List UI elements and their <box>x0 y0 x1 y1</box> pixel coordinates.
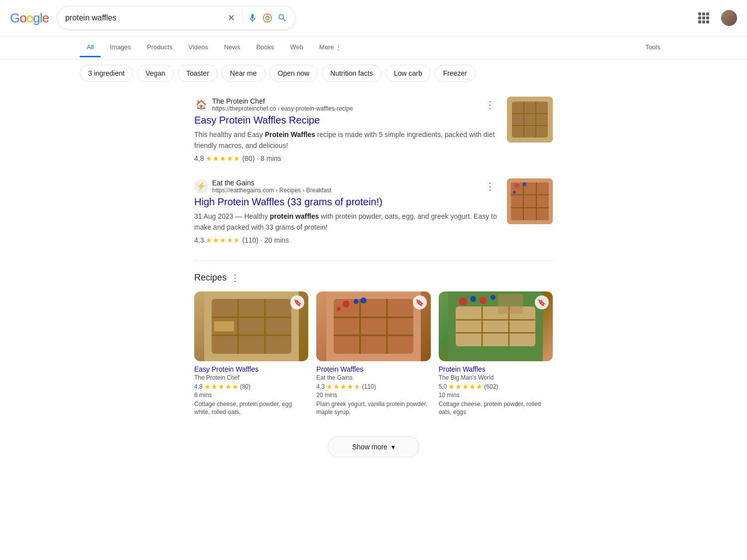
tab-books[interactable]: Books <box>249 38 281 57</box>
recipe-rating-count-2: (110) <box>362 383 376 390</box>
show-more-button[interactable]: Show more ▾ <box>328 436 419 457</box>
avatar-image <box>721 10 737 26</box>
result-menu-1[interactable]: ⋮ <box>483 97 497 113</box>
header: Google ✕ <box>0 0 747 36</box>
search-icon <box>277 13 287 23</box>
recipe-card-2[interactable]: 🔖 Protein Waffles Eat the Gains 4,3 ★ ★ … <box>316 291 430 417</box>
lens-search-button[interactable] <box>262 13 272 23</box>
chip-near-me[interactable]: Near me <box>222 65 265 82</box>
svg-point-31 <box>337 307 341 311</box>
recipe-source-1: The Protein Chef <box>194 374 308 381</box>
more-label: More <box>319 43 334 51</box>
main-content: 🏠 The Protein Chef https://theproteinche… <box>184 87 563 483</box>
recipe-time-3: 10 mins <box>439 392 553 399</box>
chip-3ingredient[interactable]: 3 ingredient <box>80 65 133 82</box>
tab-more[interactable]: More ⋮ <box>312 38 349 57</box>
search-submit-button[interactable] <box>277 13 287 23</box>
header-right <box>694 8 737 27</box>
recipe-ingredients-3: Cottage cheese, protein powder, rolled o… <box>439 400 553 417</box>
tab-products[interactable]: Products <box>140 38 179 57</box>
result-menu-2[interactable]: ⋮ <box>483 178 497 194</box>
recipes-title: Recipes <box>194 273 227 283</box>
tab-tools[interactable]: Tools <box>638 38 667 57</box>
recipe-rating-count-3: (602) <box>484 383 498 390</box>
svg-rect-34 <box>456 306 535 346</box>
source-url-1: https://theproteinchef.co › easy-protein… <box>212 105 479 112</box>
recipe-time-2: 20 mins <box>316 392 430 399</box>
search-input[interactable] <box>65 13 221 22</box>
google-logo[interactable]: Google <box>10 10 49 26</box>
search-result-1: 🏠 The Protein Chef https://theproteinche… <box>184 97 563 162</box>
bookmark-button-2[interactable]: 🔖 <box>413 295 427 309</box>
tab-videos[interactable]: Videos <box>181 38 215 57</box>
filter-chips: 3 ingredient Vegan Toaster Near me Open … <box>0 60 747 87</box>
apps-button[interactable] <box>694 8 713 27</box>
result-desc-1: This healthy and Easy Protein Waffles re… <box>194 129 497 151</box>
svg-point-40 <box>470 296 476 302</box>
tab-news[interactable]: News <box>217 38 248 57</box>
svg-rect-43 <box>498 294 523 314</box>
rating-count-1: (80) <box>242 154 254 162</box>
more-chevron-icon: ⋮ <box>335 43 342 51</box>
chip-freezer[interactable]: Freezer <box>435 65 476 82</box>
clear-search-button[interactable]: ✕ <box>226 10 237 25</box>
result-desc-2: 31 Aug 2023 — Healthy protein waffles wi… <box>194 211 497 233</box>
svg-point-41 <box>480 297 487 304</box>
recipes-menu-button[interactable]: ⋮ <box>231 273 240 283</box>
recipe-card-image-2: 🔖 <box>316 291 430 361</box>
result-title-2[interactable]: High Protein Waffles (33 grams of protei… <box>194 196 497 208</box>
svg-point-30 <box>354 299 359 304</box>
svg-point-42 <box>491 295 496 300</box>
svg-point-29 <box>343 300 350 307</box>
chip-vegan[interactable]: Vegan <box>137 65 174 82</box>
recipe-rating-3: 5,0 ★ ★ ★ ★ ★ (602) <box>439 383 553 391</box>
tab-web[interactable]: Web <box>283 38 311 57</box>
time-1: 8 mins <box>260 154 281 162</box>
recipes-header: Recipes ⋮ <box>194 273 553 283</box>
svg-point-14 <box>522 182 526 186</box>
source-name-2: Eat the Gains <box>212 179 479 187</box>
tab-images[interactable]: Images <box>103 38 138 57</box>
chip-toaster[interactable]: Toaster <box>178 65 218 82</box>
recipe-name-2[interactable]: Protein Waffles <box>316 365 430 373</box>
bookmark-button-3[interactable]: 🔖 <box>535 295 549 309</box>
stars-1: ★ ★ ★ ★ ★ <box>206 154 240 162</box>
show-more-container: Show more ▾ <box>184 428 563 473</box>
mic-icon <box>248 13 257 23</box>
result-source-1: 🏠 The Protein Chef https://theproteinche… <box>194 97 497 113</box>
rating-value-2: 4,3 <box>194 236 204 244</box>
recipe-source-3: The Big Man's World <box>439 374 553 381</box>
svg-point-0 <box>266 16 269 20</box>
recipe-card-3[interactable]: 🔖 Protein Waffles The Big Man's World 5,… <box>439 291 553 417</box>
result-image-1 <box>507 97 553 142</box>
recipe-name-1[interactable]: Easy Protein Waffles <box>194 365 308 373</box>
show-more-label: Show more <box>352 443 387 451</box>
result-title-1[interactable]: Easy Protein Waffles Recipe <box>194 115 497 126</box>
section-divider <box>194 260 553 261</box>
chip-low-carb[interactable]: Low carb <box>385 65 431 82</box>
source-info-2: Eat the Gains https://eatthegains.com › … <box>212 179 479 194</box>
recipe-rating-value-3: 5,0 <box>439 383 447 390</box>
result-source-2: ⚡ Eat the Gains https://eatthegains.com … <box>194 178 497 194</box>
rating-value-1: 4,8 <box>194 154 204 162</box>
recipe-rating-value-2: 4,3 <box>316 383 325 390</box>
chip-nutrition-facts[interactable]: Nutrition facts <box>322 65 381 82</box>
avatar[interactable] <box>721 10 737 26</box>
chip-open-now[interactable]: Open now <box>269 65 318 82</box>
recipe-source-2: Eat the Gains <box>316 374 430 381</box>
result-image-2 <box>507 178 553 224</box>
source-icon-2: ⚡ <box>194 179 208 193</box>
bookmark-button-1[interactable]: 🔖 <box>290 295 304 309</box>
nav-tabs: All Images Products Videos News Books We… <box>0 36 747 60</box>
recipe-ingredients-1: Cottage cheese, protein powder, egg whit… <box>194 400 308 417</box>
svg-point-13 <box>514 183 519 188</box>
recipe-card-1[interactable]: 🔖 Easy Protein Waffles The Protein Chef … <box>194 291 308 417</box>
waffle-image-1 <box>507 97 553 142</box>
tab-all[interactable]: All <box>80 38 101 57</box>
voice-search-button[interactable] <box>248 13 257 23</box>
recipe-ingredients-2: Plain greek yogurt, vanilla protein powd… <box>316 400 430 417</box>
svg-rect-2 <box>512 102 548 138</box>
search-bar: ✕ <box>57 6 296 30</box>
recipe-card-image-3: 🔖 <box>439 291 553 361</box>
recipe-name-3[interactable]: Protein Waffles <box>439 365 553 373</box>
